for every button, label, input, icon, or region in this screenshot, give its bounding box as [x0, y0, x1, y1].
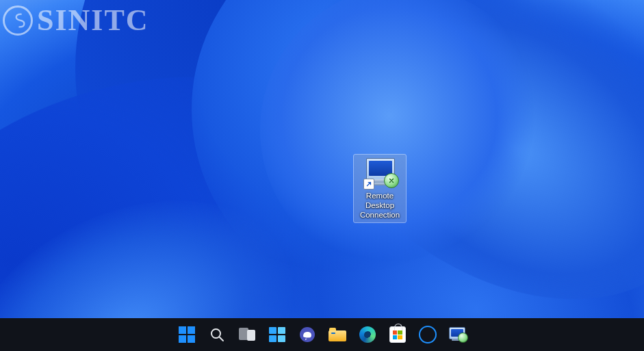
task-view-icon	[239, 328, 255, 341]
widgets-button[interactable]	[263, 321, 291, 348]
cortana-button[interactable]	[414, 321, 441, 348]
chat-button[interactable]	[294, 321, 321, 348]
edge-icon	[359, 326, 376, 343]
taskbar	[0, 318, 644, 351]
start-button[interactable]	[173, 321, 201, 348]
svg-point-0	[211, 329, 220, 338]
windows-logo-icon	[179, 326, 195, 343]
desktop[interactable]: SINITC Remote Desktop Connection	[0, 0, 644, 351]
desktop-icon-remote-desktop-connection[interactable]: Remote Desktop Connection	[354, 155, 406, 222]
search-button[interactable]	[203, 321, 231, 348]
remote-connect-overlay-icon	[384, 173, 399, 188]
svg-rect-3	[305, 338, 310, 339]
task-view-button[interactable]	[233, 321, 261, 348]
svg-line-1	[220, 337, 223, 341]
remote-desktop-taskbar-button[interactable]	[444, 321, 472, 348]
cortana-icon	[419, 326, 437, 343]
shortcut-arrow-icon	[363, 179, 374, 190]
edge-button[interactable]	[354, 321, 381, 348]
remote-desktop-icon	[449, 327, 467, 342]
store-icon	[389, 326, 406, 343]
microsoft-store-button[interactable]	[384, 321, 411, 348]
file-explorer-button[interactable]	[324, 321, 351, 348]
search-icon	[209, 326, 225, 343]
chat-icon	[299, 326, 315, 343]
folder-icon	[329, 328, 346, 341]
desktop-icon-label: Remote Desktop Connection	[360, 191, 400, 220]
widgets-icon	[269, 327, 285, 342]
remote-desktop-icon	[363, 157, 396, 190]
watermark-logo-icon	[3, 5, 33, 36]
